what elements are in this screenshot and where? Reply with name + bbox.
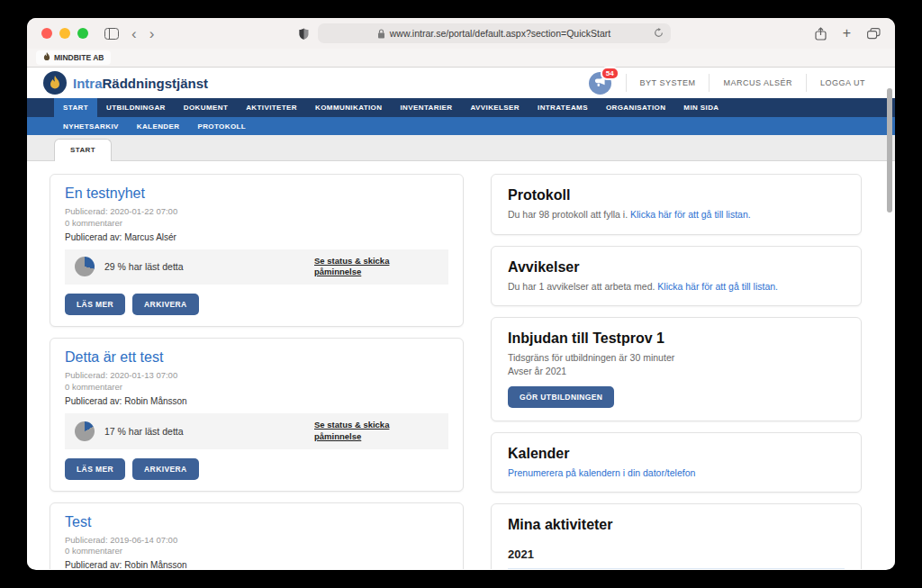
read-status-strip: 17 % har läst detta Se status & skicka p… (65, 413, 448, 449)
news-comments: 0 kommentarer (65, 546, 448, 557)
maximize-button[interactable] (77, 28, 88, 39)
tab-strip: START (27, 135, 895, 161)
new-tab-button[interactable]: + (843, 26, 851, 41)
share-icon[interactable] (815, 27, 827, 41)
read-more-button[interactable]: LÄS MER (65, 294, 125, 315)
tab-start[interactable]: START (54, 139, 112, 161)
nav-intrateams[interactable]: INTRATEAMS (529, 98, 597, 117)
nav-protokoll[interactable]: PROTOKOLL (188, 122, 255, 131)
url-field[interactable]: www.intrar.se/portal/default.aspx?sectio… (318, 23, 671, 43)
header-right: 54 BYT SYSTEM MARCUS ALSÉR LOGGA UT (589, 72, 879, 95)
archive-button[interactable]: ARKIVERA (132, 294, 199, 315)
avvikelser-list-link[interactable]: Klicka här för att gå till listan. (657, 281, 778, 292)
protokoll-list-link[interactable]: Klicka här för att gå till listan. (630, 209, 751, 220)
avvikelser-count-text: Du har 1 avvikelser att arbeta med. (508, 281, 655, 292)
inbjudan-line2: Avser år 2021 (508, 365, 845, 378)
nav-nyhetsarkiv[interactable]: NYHETSARKIV (54, 122, 128, 131)
news-comments: 0 kommentarer (65, 382, 448, 394)
secondary-nav: NYHETSARKIV KALENDER PROTOKOLL (27, 117, 895, 135)
news-comments: 0 kommentarer (65, 218, 448, 230)
pie-chart-icon (75, 257, 95, 276)
logo-flame-icon (43, 71, 67, 95)
news-title[interactable]: Test (65, 514, 448, 530)
shield-icon[interactable] (299, 28, 309, 40)
user-menu[interactable]: MARCUS ALSÉR (709, 74, 806, 92)
read-status-strip: 29 % har läst detta Se status & skicka p… (65, 249, 448, 285)
news-author: Publicerad av: Robin Månsson (65, 396, 448, 406)
news-published: Publicerad: 2020-01-22 07:00 (65, 206, 448, 218)
notifications-button[interactable]: 54 (589, 72, 611, 95)
activities-table: HELT VALFRI GILTIGHETSTID DELAKTIVITETER… (508, 568, 845, 569)
news-card: En testnyhet Publicerad: 2020-01-22 07:0… (50, 174, 464, 327)
read-status-text: 17 % har läst detta (104, 426, 184, 437)
widgets-column: Protokoll Du har 98 protokoll att fylla … (491, 174, 862, 569)
primary-nav: START UTBILDNINGAR DOKUMENT AKTIVITETER … (27, 98, 895, 117)
news-actions: LÄS MER ARKIVERA (65, 294, 448, 315)
close-button[interactable] (41, 28, 52, 39)
bookmarks-bar: MINDBITE AB (27, 49, 895, 68)
avvikelser-panel: Avvikelser Du har 1 avvikelser att arbet… (491, 246, 862, 307)
nav-dokument[interactable]: DOKUMENT (175, 98, 237, 117)
news-author: Publicerad av: Marcus Alsér (65, 232, 448, 242)
bookmark-flame-icon (43, 52, 50, 63)
status-reminder-link[interactable]: Se status & skicka påminnelse (314, 256, 438, 279)
sidebar-toggle-icon[interactable] (104, 28, 119, 40)
news-title[interactable]: En testnyhet (65, 185, 448, 202)
minimize-button[interactable] (59, 28, 70, 39)
reload-icon[interactable] (654, 28, 664, 38)
news-published: Publicerad: 2020-01-13 07:00 (65, 370, 448, 382)
nav-aktiviteter[interactable]: AKTIVITETER (237, 98, 306, 117)
logout-link[interactable]: LOGGA UT (806, 74, 879, 92)
window-controls (41, 28, 88, 39)
news-author: Publicerad av: Robin Månsson (65, 560, 448, 569)
url-text: www.intrar.se/portal/default.aspx?sectio… (390, 28, 610, 39)
nav-start[interactable]: START (54, 98, 97, 117)
kalender-panel: Kalender Prenumerera på kalendern i din … (491, 432, 862, 493)
archive-button[interactable]: ARKIVERA (132, 458, 199, 480)
read-status-text: 29 % har läst detta (104, 261, 184, 272)
toolbar-right: + (815, 26, 881, 41)
bookmark-label: MINDBITE AB (54, 53, 104, 62)
site-logo[interactable]: IntraRäddningstjänst (43, 71, 208, 95)
browser-window: ‹ › www.intrar.se/portal/default.aspx?se… (27, 18, 895, 570)
nav-avvikelser[interactable]: AVVIKELSER (461, 98, 529, 117)
aktiviteter-panel: Mina aktiviteter 2021 HELT VALFRI GILTIG… (491, 503, 862, 569)
nav-utbildningar[interactable]: UTBILDNINGAR (97, 98, 175, 117)
nav-kommunikation[interactable]: KOMMUNIKATION (306, 98, 391, 117)
lock-icon (377, 29, 385, 39)
nav-kalender[interactable]: KALENDER (128, 122, 189, 131)
nav-organisation[interactable]: ORGANISATION (597, 98, 674, 117)
browser-toolbar: ‹ › www.intrar.se/portal/default.aspx?se… (27, 18, 895, 49)
tab-overview-icon[interactable] (867, 28, 881, 40)
nav-inventarier[interactable]: INVENTARIER (391, 98, 461, 117)
pie-chart-icon (75, 421, 95, 441)
scrollbar[interactable] (887, 88, 892, 213)
panel-title: Kalender (508, 446, 845, 462)
protokoll-count-text: Du har 98 protokoll att fylla i. (508, 209, 628, 220)
news-published: Publicerad: 2019-06-14 07:00 (65, 535, 448, 547)
notification-badge: 54 (601, 67, 619, 80)
do-training-button[interactable]: GÖR UTBILDNINGEN (508, 386, 614, 408)
protokoll-panel: Protokoll Du har 98 protokoll att fylla … (491, 174, 862, 235)
calendar-subscribe-link[interactable]: Prenumerera på kalendern i din dator/tel… (508, 467, 695, 478)
read-more-button[interactable]: LÄS MER (65, 458, 125, 480)
panel-title: Mina aktiviteter (508, 517, 845, 533)
inbjudan-line1: Tidsgräns för utbildningen är 30 minuter (508, 351, 845, 365)
panel-text: Du har 1 avvikelser att arbeta med. Klic… (508, 280, 845, 294)
validity-header: GILTIGHETSTID (660, 568, 759, 569)
address-area: www.intrar.se/portal/default.aspx?sectio… (154, 23, 814, 43)
panel-title: Protokoll (508, 187, 845, 204)
nav-min-sida[interactable]: MIN SIDA (674, 98, 728, 117)
status-reminder-link[interactable]: Se status & skicka påminnelse (314, 420, 438, 443)
news-card: Test Publicerad: 2019-06-14 07:00 0 komm… (50, 502, 464, 570)
switch-system-link[interactable]: BYT SYSTEM (626, 74, 710, 92)
news-column: En testnyhet Publicerad: 2020-01-22 07:0… (50, 174, 464, 569)
activity-group-header: HELT VALFRI GILTIGHETSTID DELAKTIVITETER… (508, 568, 845, 569)
back-button[interactable]: ‹ (131, 26, 137, 41)
bookmark-mindbite[interactable]: MINDBITE AB (36, 50, 111, 65)
panel-title: Inbjudan till Testprov 1 (508, 330, 845, 347)
panel-text: Du har 98 protokoll att fylla i. Klicka … (508, 208, 845, 222)
panel-title: Avvikelser (508, 259, 845, 276)
news-title[interactable]: Detta är ett test (65, 349, 448, 366)
news-card: Detta är ett test Publicerad: 2020-01-13… (50, 338, 464, 491)
